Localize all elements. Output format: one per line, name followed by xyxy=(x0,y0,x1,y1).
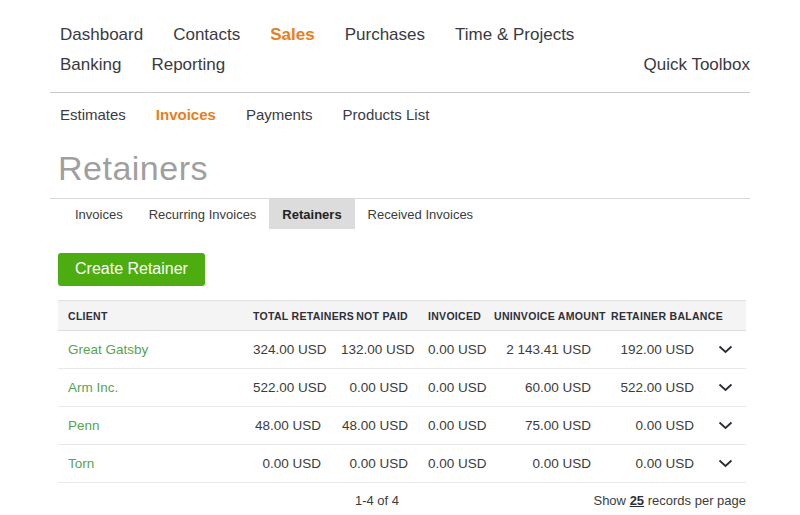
table-row: Torn 0.00 USD 0.00 USD 0.00 USD 0.00 USD… xyxy=(58,445,746,483)
subnav-item-payments[interactable]: Payments xyxy=(246,105,313,125)
table-row: Great Gatsby 324.00 USD 132.00 USD 0.00 … xyxy=(58,331,746,369)
retainers-table: CLIENT TOTAL RETAINERS NOT PAID INVOICED… xyxy=(58,300,746,483)
invoiced-value: 0.00 USD xyxy=(418,331,484,369)
client-link[interactable]: Great Gatsby xyxy=(68,342,148,357)
chevron-down-icon[interactable] xyxy=(718,421,733,430)
page-container: Dashboard Contacts Sales Purchases Time … xyxy=(50,0,750,515)
client-link[interactable]: Torn xyxy=(68,456,94,471)
uninvoice-amount-value: 0.00 USD xyxy=(484,445,601,483)
total-retainers-value: 48.00 USD xyxy=(243,407,331,445)
nav-item-sales[interactable]: Sales xyxy=(270,20,314,50)
records-label: records per page xyxy=(648,493,746,508)
table-header: CLIENT TOTAL RETAINERS NOT PAID INVOICED… xyxy=(58,301,746,331)
nav-item-purchases[interactable]: Purchases xyxy=(345,20,425,50)
client-link[interactable]: Arm Inc. xyxy=(68,380,118,395)
main-navigation: Dashboard Contacts Sales Purchases Time … xyxy=(50,20,750,80)
not-paid-value: 0.00 USD xyxy=(331,369,418,407)
main-nav-row-2: Banking Reporting Quick Toolbox xyxy=(60,50,750,80)
nav-item-banking[interactable]: Banking xyxy=(60,50,121,80)
nav-divider xyxy=(50,92,750,93)
records-per-page: Show 25 records per page xyxy=(593,493,746,508)
invoiced-value: 0.00 USD xyxy=(418,369,484,407)
per-page-link[interactable]: 25 xyxy=(630,493,644,508)
not-paid-value: 0.00 USD xyxy=(331,445,418,483)
column-header-client: CLIENT xyxy=(58,301,243,331)
subnav-item-estimates[interactable]: Estimates xyxy=(60,105,126,125)
nav-item-contacts[interactable]: Contacts xyxy=(173,20,240,50)
subnav-item-products-list[interactable]: Products List xyxy=(343,105,430,125)
not-paid-value: 132.00 USD xyxy=(331,331,418,369)
tab-retainers[interactable]: Retainers xyxy=(269,199,354,229)
sales-sub-navigation: Estimates Invoices Payments Products Lis… xyxy=(50,105,750,125)
column-header-total-retainers: TOTAL RETAINERS xyxy=(243,301,331,331)
table-row: Arm Inc. 522.00 USD 0.00 USD 0.00 USD 60… xyxy=(58,369,746,407)
chevron-down-icon[interactable] xyxy=(718,459,733,468)
tab-received-invoices[interactable]: Received Invoices xyxy=(355,199,487,229)
uninvoice-amount-value: 75.00 USD xyxy=(484,407,601,445)
show-label: Show xyxy=(593,493,626,508)
nav-item-quick-toolbox[interactable]: Quick Toolbox xyxy=(644,50,750,80)
column-header-retainer-balance: RETAINER BALANCE xyxy=(601,301,704,331)
retainer-balance-value: 192.00 USD xyxy=(601,331,704,369)
create-retainer-button[interactable]: Create Retainer xyxy=(58,253,205,286)
nav-item-reporting[interactable]: Reporting xyxy=(151,50,225,80)
retainer-balance-value: 0.00 USD xyxy=(601,445,704,483)
tab-invoices[interactable]: Invoices xyxy=(62,199,136,229)
tab-recurring-invoices[interactable]: Recurring Invoices xyxy=(136,199,270,229)
page-title: Retainers xyxy=(58,149,750,188)
uninvoice-amount-value: 60.00 USD xyxy=(484,369,601,407)
retainer-balance-value: 522.00 USD xyxy=(601,369,704,407)
uninvoice-amount-value: 2 143.41 USD xyxy=(484,331,601,369)
retainer-balance-value: 0.00 USD xyxy=(601,407,704,445)
total-retainers-value: 0.00 USD xyxy=(243,445,331,483)
table-footer: 1-4 of 4 Show 25 records per page xyxy=(58,493,746,515)
nav-item-time-projects[interactable]: Time & Projects xyxy=(455,20,574,50)
invoiced-value: 0.00 USD xyxy=(418,407,484,445)
chevron-down-icon[interactable] xyxy=(718,345,733,354)
total-retainers-value: 324.00 USD xyxy=(243,331,331,369)
table-row: Penn 48.00 USD 48.00 USD 0.00 USD 75.00 … xyxy=(58,407,746,445)
column-header-uninvoice-amount: UNINVOICE AMOUNT xyxy=(484,301,601,331)
invoice-tabs: Invoices Recurring Invoices Retainers Re… xyxy=(50,198,750,229)
total-retainers-value: 522.00 USD xyxy=(243,369,331,407)
not-paid-value: 48.00 USD xyxy=(331,407,418,445)
chevron-down-icon[interactable] xyxy=(718,383,733,392)
invoiced-value: 0.00 USD xyxy=(418,445,484,483)
nav-item-dashboard[interactable]: Dashboard xyxy=(60,20,143,50)
subnav-item-invoices[interactable]: Invoices xyxy=(156,105,216,125)
main-nav-row-1: Dashboard Contacts Sales Purchases Time … xyxy=(60,20,750,50)
client-link[interactable]: Penn xyxy=(68,418,100,433)
column-header-invoiced: INVOICED xyxy=(418,301,484,331)
